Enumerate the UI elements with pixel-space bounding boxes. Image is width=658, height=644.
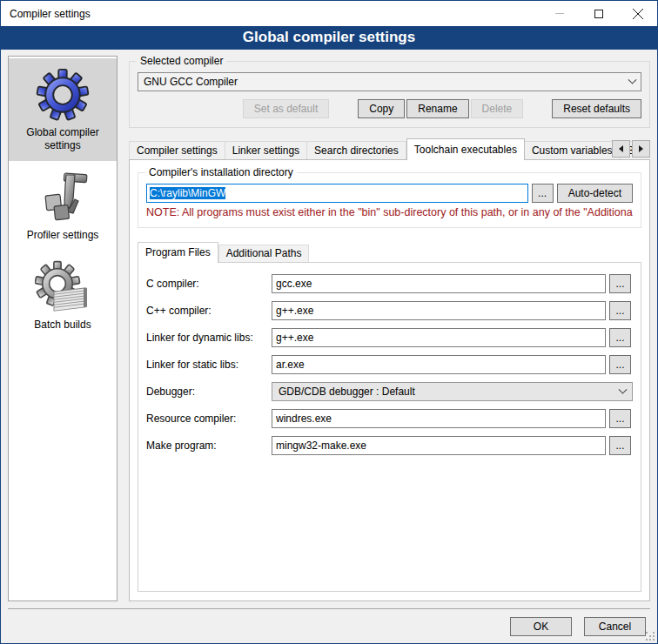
tab-additional-paths[interactable]: Additional Paths [218, 245, 310, 262]
minimize-icon [555, 13, 564, 14]
resource-compiler-input[interactable] [272, 409, 606, 428]
toolchain-form: C compiler: ... C++ compiler: ... Linker… [146, 274, 633, 455]
resource-compiler-label: Resource compiler: [146, 413, 268, 425]
page-title: Global compiler settings [1, 26, 657, 50]
debugger-select[interactable]: GDB/CDB debugger : Default [272, 382, 633, 401]
c-compiler-browse-button[interactable]: ... [609, 274, 631, 293]
installation-directory-input[interactable]: C:\raylib\MinGW [146, 184, 528, 203]
static-linker-label: Linker for static libs: [146, 359, 268, 371]
tab-program-files[interactable]: Program Files [138, 242, 218, 263]
sidebar-item-label: Profiler settings [10, 229, 115, 242]
compiler-select-value: GNU GCC Compiler [144, 76, 629, 88]
resource-compiler-browse-button[interactable]: ... [609, 409, 631, 428]
close-button[interactable] [618, 1, 657, 26]
resize-grip[interactable] [646, 632, 655, 641]
sidebar-item-batch-builds[interactable]: Batch builds [9, 251, 117, 340]
program-files-tab-bar: Program Files Additional Paths [138, 242, 641, 262]
close-icon [633, 9, 643, 19]
debugger-label: Debugger: [146, 386, 268, 398]
installation-directory-value: C:\raylib\MinGW [150, 187, 225, 199]
dynamic-linker-label: Linker for dynamic libs: [146, 332, 268, 344]
make-program-browse-button[interactable]: ... [609, 436, 631, 455]
compiler-settings-dialog: Compiler settings Global compiler settin… [0, 0, 658, 644]
auto-detect-button[interactable]: Auto-detect [557, 184, 633, 203]
caliper-icon [35, 170, 91, 225]
tab-compiler-settings[interactable]: Compiler settings [129, 141, 225, 159]
compiler-select[interactable]: GNU GCC Compiler [138, 72, 641, 91]
main-panel: Selected compiler GNU GCC Compiler Set a… [129, 56, 650, 601]
dialog-content: Global compiler settings Profiler settin… [1, 50, 657, 608]
sidebar-item-global-compiler-settings[interactable]: Global compiler settings [9, 58, 117, 161]
tab-scroll-arrows [612, 140, 650, 158]
tab-scroll-right-button[interactable] [632, 140, 650, 158]
installation-directory-row: C:\raylib\MinGW ... Auto-detect [146, 184, 633, 203]
debugger-select-value: GDB/CDB debugger : Default [279, 386, 620, 398]
minimize-button [540, 1, 579, 26]
title-bar[interactable]: Compiler settings [1, 1, 657, 26]
arrow-right-icon [639, 145, 643, 152]
bin-subdirectory-note: NOTE: All programs must exist either in … [146, 206, 633, 218]
dynamic-linker-input[interactable] [272, 328, 606, 347]
selected-compiler-group-label: Selected compiler [137, 55, 226, 67]
c-compiler-input[interactable] [272, 274, 606, 293]
reset-defaults-button[interactable]: Reset defaults [552, 99, 641, 118]
maximize-icon [594, 10, 603, 18]
sidebar-item-label: Global compiler settings [10, 126, 115, 152]
installation-directory-group-label: Compiler's installation directory [145, 166, 297, 178]
cpp-compiler-input[interactable] [272, 301, 606, 320]
tab-linker-settings[interactable]: Linker settings [225, 141, 307, 159]
chevron-down-icon [619, 385, 628, 393]
installation-directory-group: Compiler's installation directory C:\ray… [138, 172, 641, 228]
delete-button[interactable]: Delete [471, 99, 524, 118]
rename-button[interactable]: Rename [406, 99, 468, 118]
program-files-page: C compiler: ... C++ compiler: ... Linker… [138, 262, 641, 592]
make-program-label: Make program: [146, 439, 268, 452]
selected-compiler-group: Selected compiler GNU GCC Compiler Set a… [129, 61, 650, 128]
sidebar-item-label: Batch builds [10, 319, 115, 332]
chevron-down-icon [628, 75, 637, 84]
settings-category-list: Global compiler settings Profiler settin… [8, 56, 118, 601]
dynamic-linker-browse-button[interactable]: ... [609, 328, 631, 347]
arrow-left-icon [619, 145, 623, 152]
gray-gear-stack-icon [35, 259, 91, 315]
tab-search-directories[interactable]: Search directories [307, 141, 406, 159]
maximize-button[interactable] [579, 1, 618, 26]
settings-tab-bar: Compiler settings Linker settings Search… [129, 138, 650, 159]
ok-button[interactable]: OK [510, 617, 572, 636]
sidebar-item-profiler-settings[interactable]: Profiler settings [9, 161, 117, 251]
toolchain-executables-page: Compiler's installation directory C:\ray… [129, 159, 650, 601]
cpp-compiler-browse-button[interactable]: ... [609, 301, 631, 320]
window-title: Compiler settings [1, 8, 540, 20]
browse-directory-button[interactable]: ... [532, 184, 554, 203]
cpp-compiler-label: C++ compiler: [146, 305, 268, 317]
cancel-button[interactable]: Cancel [584, 617, 646, 636]
static-linker-input[interactable] [272, 355, 606, 374]
c-compiler-label: C compiler: [146, 278, 268, 290]
tab-custom-variables[interactable]: Custom variables [525, 141, 621, 159]
compiler-actions: Set as default Copy Rename Delete Reset … [138, 99, 641, 118]
set-as-default-button[interactable]: Set as default [243, 99, 329, 118]
dialog-footer: OK Cancel [1, 609, 657, 643]
blue-gear-icon [35, 67, 91, 123]
tab-toolchain-executables[interactable]: Toolchain executables [406, 138, 525, 160]
tab-scroll-left-button[interactable] [612, 140, 630, 158]
program-files-notebook: Program Files Additional Paths C compile… [138, 242, 641, 592]
make-program-input[interactable] [272, 436, 606, 455]
static-linker-browse-button[interactable]: ... [609, 355, 631, 374]
copy-button[interactable]: Copy [358, 99, 405, 118]
